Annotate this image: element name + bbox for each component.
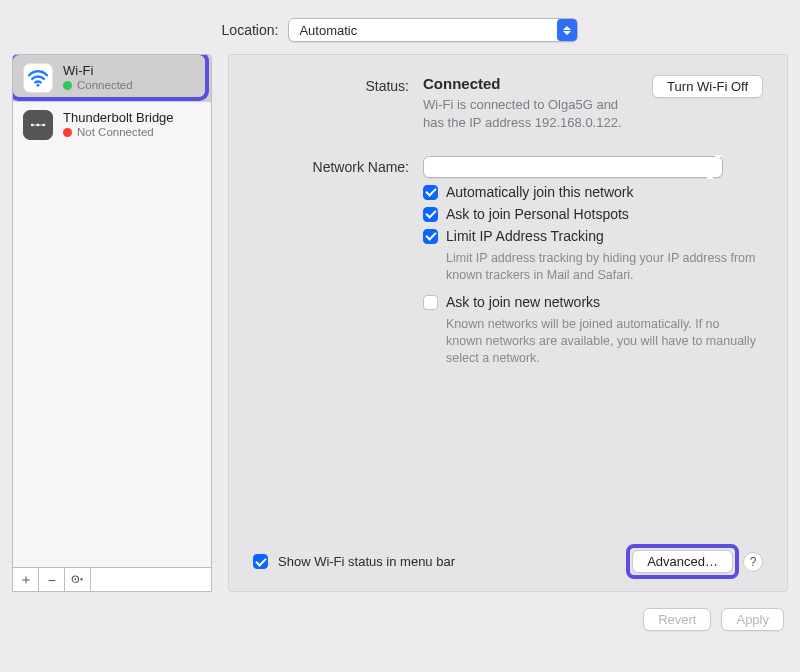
location-value: Automatic [299,23,357,38]
auto-join-label: Automatically join this network [446,184,634,200]
ask-new-checkbox[interactable] [423,295,438,310]
chevron-updown-icon [706,159,722,175]
help-button[interactable]: ? [743,552,763,572]
location-select[interactable]: Automatic [288,18,578,42]
svg-point-5 [74,578,76,580]
limit-ip-label: Limit IP Address Tracking [446,228,604,244]
status-label: Status: [253,75,423,94]
sidebar-item-status: Connected [77,79,133,93]
show-menubar-checkbox[interactable] [253,554,268,569]
show-menubar-label: Show Wi-Fi status in menu bar [278,554,455,569]
apply-button[interactable]: Apply [721,608,784,631]
status-dot-icon [63,81,72,90]
ask-hotspots-checkbox[interactable] [423,207,438,222]
sidebar-item-label: Wi-Fi [63,63,133,79]
ask-hotspots-label: Ask to join Personal Hotspots [446,206,629,222]
svg-point-0 [37,84,40,87]
status-value: Connected [423,75,640,92]
sidebar-item-wifi[interactable]: Wi-Fi Connected [13,55,211,102]
detail-panel: Status: Connected Wi-Fi is connected to … [228,54,788,592]
thunderbolt-icon [23,110,53,140]
network-name-select[interactable] [423,156,723,178]
network-name-label: Network Name: [253,156,423,175]
service-actions-button[interactable] [65,568,91,592]
revert-button[interactable]: Revert [643,608,711,631]
sidebar-item-thunderbolt[interactable]: Thunderbolt Bridge Not Connected [13,102,211,149]
ask-new-label: Ask to join new networks [446,294,600,310]
limit-ip-hint: Limit IP address tracking by hiding your… [446,250,756,284]
status-description: Wi-Fi is connected to Olga5G and has the… [423,96,640,132]
wifi-icon [23,63,53,93]
sidebar-item-label: Thunderbolt Bridge [63,110,174,126]
limit-ip-checkbox[interactable] [423,229,438,244]
chevron-updown-icon [557,19,577,41]
ask-new-hint: Known networks will be joined automatica… [446,316,756,367]
advanced-button[interactable]: Advanced… [632,550,733,573]
sidebar-item-status: Not Connected [77,126,154,140]
remove-service-button[interactable]: − [39,568,65,592]
auto-join-checkbox[interactable] [423,185,438,200]
network-services-sidebar: Wi-Fi Connected Thunderbolt Bridge Not C… [12,54,212,592]
add-service-button[interactable]: ＋ [13,568,39,592]
sidebar-toolbar: ＋ − [13,567,211,591]
location-label: Location: [222,22,279,38]
status-dot-icon [63,128,72,137]
turn-wifi-off-button[interactable]: Turn Wi-Fi Off [652,75,763,98]
